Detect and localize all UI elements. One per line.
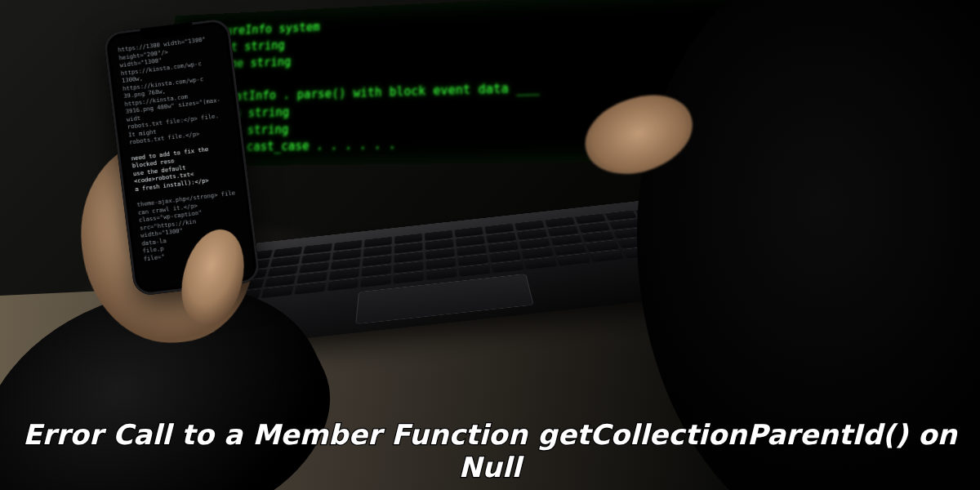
laptop-key xyxy=(426,268,457,280)
laptop-key xyxy=(557,253,590,265)
laptop-key xyxy=(459,264,490,276)
image-caption: Error Call to a Member Function getColle… xyxy=(0,418,980,483)
laptop-key xyxy=(394,271,423,283)
laptop-key xyxy=(261,285,293,297)
laptop-key xyxy=(361,274,391,287)
laptop-key xyxy=(524,256,556,269)
person-silhouette xyxy=(637,0,980,490)
laptop-key xyxy=(590,250,623,261)
photo-scene: # CultureInfo system Format string Runti… xyxy=(0,0,980,490)
laptop-key xyxy=(295,282,326,294)
laptop-key xyxy=(492,261,523,273)
laptop-key xyxy=(327,278,358,291)
